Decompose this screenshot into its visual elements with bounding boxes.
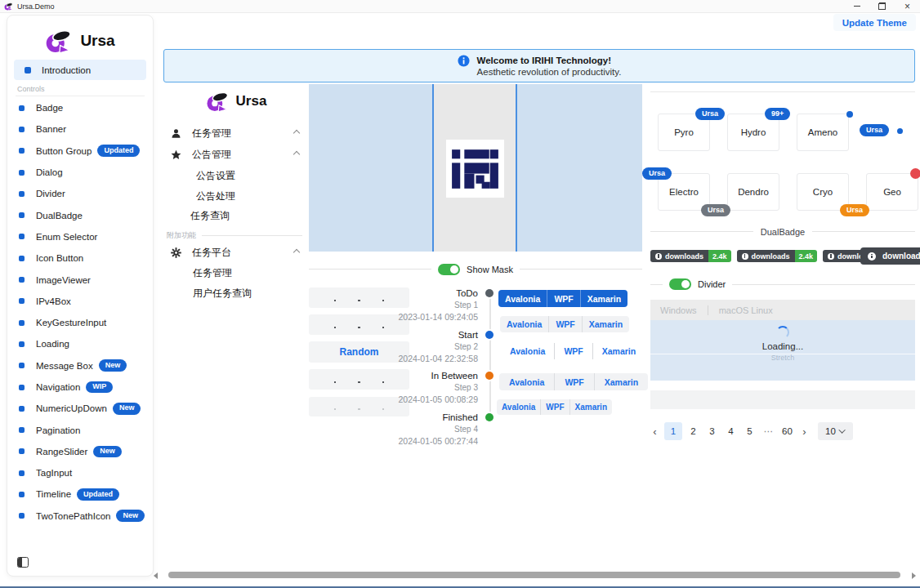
sidebar-item[interactable]: Dialog <box>7 162 153 183</box>
button-group-button[interactable]: WPF <box>554 373 593 390</box>
sidebar-item-label: Loading <box>36 339 69 349</box>
timeline-item: In Between Step 3 2024-01-05 00:08:29 <box>380 370 478 405</box>
sidebar-item[interactable]: Divider <box>7 183 153 204</box>
sidebar-item-label: RangeSlider <box>36 447 87 457</box>
viewer-mask-line[interactable] <box>516 84 517 252</box>
sidebar-item[interactable]: Timeline Updated <box>7 483 153 505</box>
sidebar-item[interactable]: RangeSlider New <box>7 441 153 462</box>
title-bar: Ursa.Demo × <box>0 0 920 13</box>
badge-card-label: Geo <box>883 187 901 197</box>
button-group-button[interactable]: Avalonia <box>499 373 554 390</box>
nav-item-announcement-process[interactable]: 公告处理 <box>163 185 309 207</box>
timeline-item: ToDo Step 1 2023-01-14 09:24:05 <box>380 287 478 323</box>
image-viewer[interactable] <box>309 84 642 252</box>
page-button-1[interactable]: 1 <box>664 422 682 440</box>
timeline-item: Finished Step 4 2024-01-05 00:27:44 <box>380 412 478 447</box>
maximize-button[interactable] <box>869 0 895 12</box>
bullet-icon <box>19 385 25 390</box>
sidebar-item[interactable]: Pagination <box>7 419 153 440</box>
ellipsis-icon[interactable]: ⋯ <box>761 422 776 440</box>
page-button-4[interactable]: 4 <box>723 422 739 440</box>
sidebar-item-label: Icon Button <box>36 253 83 263</box>
viewer-mask-line[interactable] <box>432 84 434 252</box>
sidebar-item-label: Divider <box>36 189 65 198</box>
horizontal-scrollbar-thumb[interactable] <box>168 572 900 578</box>
nav-group-task-platform[interactable]: 任务平台 <box>163 242 309 263</box>
button-group-button[interactable]: Xamarin <box>569 399 612 415</box>
os-label-windows: Windows <box>660 305 697 315</box>
sidebar-item[interactable]: DualBadge <box>7 204 153 225</box>
dot-badge <box>897 128 903 134</box>
sidebar-item-label: TwoTonePathIcon <box>36 511 110 521</box>
page-button-5[interactable]: 5 <box>742 422 757 440</box>
button-group-button[interactable]: Xamarin <box>580 290 627 307</box>
button-group-button[interactable]: Avalonia <box>500 316 548 332</box>
sidebar-item[interactable]: Badge <box>7 97 153 118</box>
sidebar-item[interactable]: KeyGestureInput <box>7 312 153 333</box>
nav-item-task-query[interactable]: 任务查询 <box>163 205 309 226</box>
nav-group-announcement[interactable]: 公告管理 <box>163 144 309 165</box>
chevron-up-icon[interactable] <box>293 249 300 256</box>
button-group-button[interactable]: Avalonia <box>497 399 540 415</box>
bullet-icon <box>19 492 25 497</box>
show-mask-toggle[interactable] <box>438 264 460 275</box>
welcome-banner: Welcome to IRIHI Technology! Aesthetic r… <box>163 49 915 82</box>
button-group-button[interactable]: Avalonia <box>498 290 547 307</box>
sidebar-item[interactable]: NumericUpDown New <box>7 398 153 419</box>
sidebar-item[interactable]: TagInput <box>7 462 153 483</box>
nav-item-task-management[interactable]: 任务管理 <box>163 262 309 283</box>
page-button-60[interactable]: 60 <box>779 422 795 440</box>
bullet-icon <box>19 191 25 197</box>
sidebar-item-label: Badge <box>36 103 63 113</box>
ursa-demo-window: Ursa.Demo × Ursa Introduction Controls B… <box>0 0 920 588</box>
update-theme-button[interactable]: Update Theme <box>833 14 916 31</box>
nav-item-announcement-settings[interactable]: 公告设置 <box>163 165 309 186</box>
page-size-select[interactable]: 10 <box>818 422 853 440</box>
sidebar-item[interactable]: Button Group Updated <box>7 140 153 162</box>
bullet-icon <box>19 298 25 304</box>
sidebar-item-label: ImageViewer <box>36 275 91 285</box>
sidebar-item[interactable]: TwoTonePathIcon New <box>7 506 153 527</box>
scroll-left-arrow[interactable] <box>154 572 158 579</box>
nav-item-user-task-query[interactable]: 用户任务查询 <box>163 283 309 304</box>
button-group-button[interactable]: Avalonia <box>501 343 554 359</box>
sidebar-item[interactable]: Banner <box>7 118 153 140</box>
next-page-button[interactable]: › <box>798 422 811 440</box>
button-group-button[interactable]: WPF <box>540 399 569 415</box>
bullet-icon <box>19 427 25 433</box>
ursa-badge-orange: Ursa <box>840 204 869 216</box>
divider-toggle[interactable] <box>669 278 691 290</box>
sidebar-item[interactable]: ImageViewer <box>7 269 153 290</box>
button-group-button[interactable]: WPF <box>547 290 579 307</box>
page-button-3[interactable]: 3 <box>704 422 720 440</box>
button-group-button[interactable]: Xamarin <box>582 316 629 332</box>
close-button[interactable]: × <box>895 0 920 12</box>
chevron-up-icon[interactable] <box>293 151 300 158</box>
sidebar-item[interactable]: Icon Button <box>7 247 153 269</box>
sidebar-item[interactable]: Navigation WIP <box>7 376 153 398</box>
banner-subtitle: Aesthetic revolution of productivity. <box>477 66 622 78</box>
scroll-right-arrow[interactable] <box>912 572 916 579</box>
banner-title: Welcome to IRIHI Technology! <box>477 55 622 66</box>
chevron-up-icon[interactable] <box>293 130 300 136</box>
sidebar-item[interactable]: Enum Selector <box>7 226 153 247</box>
nav-group-task-management[interactable]: 任务管理 <box>163 122 309 144</box>
sidebar-section-label: Controls <box>17 85 153 93</box>
count-badge: 99+ <box>765 108 790 120</box>
button-group-button[interactable]: WPF <box>548 316 581 332</box>
sidebar-item-introduction[interactable]: Introduction <box>14 60 146 80</box>
divider-line <box>309 269 431 270</box>
sidebar-item[interactable]: Message Box New <box>7 355 153 376</box>
page-button-2[interactable]: 2 <box>686 422 701 440</box>
bullet-icon <box>19 256 25 261</box>
collapse-sidebar-icon[interactable] <box>17 557 29 568</box>
minimize-button[interactable] <box>844 0 869 12</box>
button-group-button[interactable]: WPF <box>554 343 592 359</box>
button-group-button[interactable]: Xamarin <box>594 373 648 390</box>
ursa-badge: Ursa <box>695 108 725 120</box>
sidebar-item[interactable]: Loading <box>7 333 153 354</box>
prev-page-button[interactable]: ‹ <box>649 422 661 440</box>
info-icon <box>742 253 748 260</box>
sidebar-item[interactable]: IPv4Box <box>7 291 153 312</box>
button-group-button[interactable]: Xamarin <box>592 343 645 359</box>
